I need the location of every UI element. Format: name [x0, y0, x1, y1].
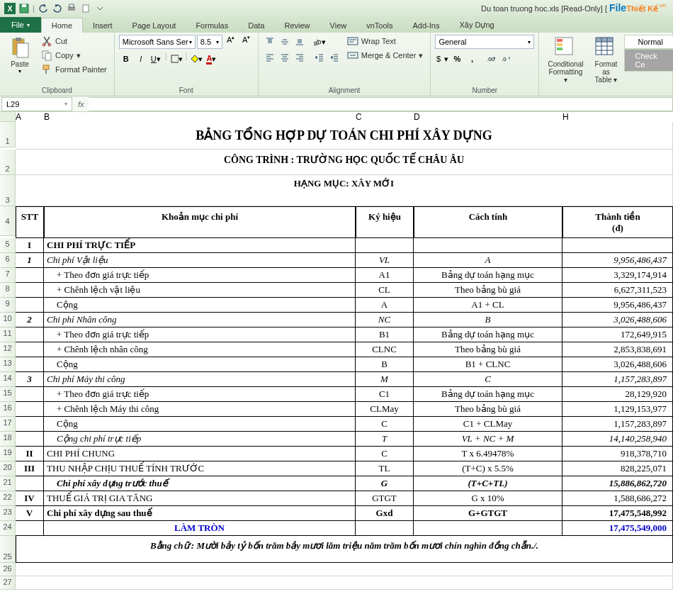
merge-center-button[interactable]: Merge & Center ▾	[344, 49, 426, 62]
table-cell[interactable]	[562, 238, 673, 253]
italic-button[interactable]: I	[134, 52, 148, 66]
table-cell[interactable]: Cộng	[44, 298, 356, 313]
table-cell[interactable]: 9,956,486,437	[562, 253, 673, 268]
table-cell[interactable]: NC	[356, 313, 414, 327]
table-cell[interactable]: Bảng dự toán hạng mục	[414, 327, 562, 342]
table-cell[interactable]: Gxd	[356, 506, 414, 521]
tab-xaydung[interactable]: Xây Dựng	[449, 18, 504, 33]
row-header[interactable]: 2	[0, 150, 16, 175]
style-normal[interactable]: Normal	[624, 35, 673, 49]
tab-data[interactable]: Data	[238, 18, 274, 33]
row-header[interactable]: 27	[0, 576, 16, 590]
font-name-select[interactable]: Microsoft Sans Ser ▾	[119, 35, 196, 49]
table-cell[interactable]	[16, 402, 44, 417]
table-cell[interactable]: + Theo đơn giá trực tiếp	[44, 327, 356, 342]
table-cell[interactable]: A	[356, 298, 414, 313]
sheet-title[interactable]: BẢNG TỔNG HỢP DỰ TOÁN CHI PHÍ XÂY DỰNG	[16, 122, 673, 150]
table-cell[interactable]: I	[16, 238, 44, 253]
table-cell[interactable]: Chi phí Nhân công	[44, 313, 356, 327]
table-cell[interactable]	[16, 268, 44, 283]
empty-cell[interactable]	[16, 576, 673, 590]
align-left-button[interactable]	[263, 50, 277, 65]
tab-page-layout[interactable]: Page Layout	[123, 18, 186, 33]
tab-home[interactable]: Home	[41, 18, 83, 33]
table-cell[interactable]: A	[414, 253, 562, 268]
table-cell[interactable]	[16, 417, 44, 432]
table-cell[interactable]: 1,129,153,977	[562, 402, 673, 417]
table-cell[interactable]: G+GTGT	[414, 506, 562, 521]
table-cell[interactable]: Chi phí xây dựng trước thuế	[44, 476, 356, 491]
table-cell[interactable]: 3,026,488,606	[562, 313, 673, 327]
row-header[interactable]: 8	[0, 283, 16, 298]
shrink-font-button[interactable]: A▾	[239, 35, 254, 49]
conditional-formatting-button[interactable]: ConditionalFormatting ▾	[543, 35, 587, 85]
table-cell[interactable]: II	[16, 447, 44, 461]
table-cell[interactable]: Theo bảng bù giá	[414, 402, 562, 417]
tab-vntools[interactable]: vnTools	[356, 18, 402, 33]
col-header-B[interactable]: B	[44, 112, 356, 122]
bold-button[interactable]: B	[119, 52, 133, 66]
row-header[interactable]: 20	[0, 461, 16, 476]
row-header[interactable]: 1	[0, 122, 16, 147]
table-cell[interactable]	[414, 521, 562, 536]
table-cell[interactable]: 9,956,486,437	[562, 298, 673, 313]
footnote[interactable]: Bằng chữ : Mười bảy tỷ bốn trăm bảy mươi…	[16, 536, 673, 563]
save-icon[interactable]	[18, 3, 30, 14]
table-cell[interactable]: LÀM TRÒN	[44, 521, 356, 536]
table-cell[interactable]: M	[356, 372, 414, 387]
row-header[interactable]: 6	[0, 253, 16, 268]
table-cell[interactable]: III	[16, 461, 44, 476]
qat-customize-icon[interactable]	[94, 3, 106, 14]
table-cell[interactable]: C	[356, 417, 414, 432]
table-cell[interactable]: + Chênh lệch Máy thi công	[44, 402, 356, 417]
row-header[interactable]: 5	[0, 238, 16, 253]
table-cell[interactable]: 6,627,311,523	[562, 283, 673, 298]
table-cell[interactable]: + Theo đơn giá trực tiếp	[44, 387, 356, 402]
table-cell[interactable]: Bảng dự toán hạng mục	[414, 268, 562, 283]
table-cell[interactable]: Cộng	[44, 357, 356, 372]
wrap-text-button[interactable]: Wrap Text	[344, 35, 426, 47]
row-header[interactable]: 22	[0, 491, 16, 506]
font-color-button[interactable]: A▾	[204, 52, 218, 66]
table-cell[interactable]: G x 10%	[414, 491, 562, 506]
table-cell[interactable]: B1 + CLNC	[414, 357, 562, 372]
row-header[interactable]: 26	[0, 563, 16, 576]
table-cell[interactable]: 828,225,071	[562, 461, 673, 476]
border-button[interactable]: ▾	[169, 52, 183, 66]
row-header[interactable]: 16	[0, 402, 16, 417]
table-cell[interactable]: G	[356, 476, 414, 491]
table-cell[interactable]: Chi phí Vật liệu	[44, 253, 356, 268]
table-cell[interactable]	[16, 342, 44, 357]
row-header[interactable]: 10	[0, 313, 16, 327]
decrease-decimal-button[interactable]: .0	[499, 52, 514, 66]
table-cell[interactable]: Theo bảng bù giá	[414, 342, 562, 357]
table-cell[interactable]: V	[16, 506, 44, 521]
fill-color-button[interactable]: ▾	[189, 52, 203, 66]
table-cell[interactable]: 14,140,258,940	[562, 432, 673, 447]
row-header[interactable]: 13	[0, 357, 16, 372]
th-khoan[interactable]: Khoản mục chi phí	[44, 206, 356, 238]
table-cell[interactable]: IV	[16, 491, 44, 506]
format-as-table-button[interactable]: Formatas Table ▾	[590, 35, 621, 85]
number-format-select[interactable]: General▾	[435, 35, 534, 49]
table-cell[interactable]: THUẾ GIÁ TRỊ GIA TĂNG	[44, 491, 356, 506]
table-cell[interactable]: Cộng chi phí trực tiếp	[44, 432, 356, 447]
table-cell[interactable]	[16, 432, 44, 447]
copy-button[interactable]: Copy ▾	[38, 49, 110, 62]
table-cell[interactable]: B1	[356, 327, 414, 342]
table-cell[interactable]: Chi phí Máy thi công	[44, 372, 356, 387]
row-header[interactable]: 17	[0, 417, 16, 432]
align-center-button[interactable]	[278, 50, 292, 65]
table-cell[interactable]: TL	[356, 461, 414, 476]
style-check-cell[interactable]: Check Ce	[624, 49, 673, 72]
row-header[interactable]: 24	[0, 521, 16, 536]
table-cell[interactable]: 17,475,548,992	[562, 506, 673, 521]
sheet-subtitle[interactable]: CÔNG TRÌNH : TRƯỜNG HỌC QUỐC TẾ CHÂU ÂU	[16, 150, 673, 175]
empty-cell[interactable]	[16, 563, 673, 576]
row-header[interactable]: 9	[0, 298, 16, 313]
table-cell[interactable]	[16, 327, 44, 342]
accounting-format-button[interactable]: $▾	[435, 52, 449, 66]
font-size-select[interactable]: 8.5 ▾	[197, 35, 222, 49]
tab-view[interactable]: View	[320, 18, 357, 33]
table-cell[interactable]: CL	[356, 283, 414, 298]
